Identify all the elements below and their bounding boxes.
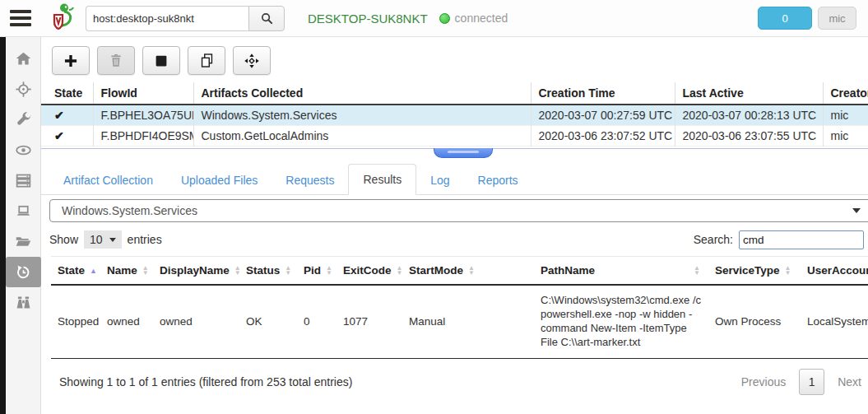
- result-useraccount: LocalSystem: [801, 285, 868, 358]
- notification-count-button[interactable]: 0: [758, 7, 812, 30]
- flow-creator: mic: [823, 105, 868, 126]
- search-button[interactable]: [248, 6, 285, 31]
- result-row[interactable]: Stopped owned owned OK 0 1077 Manual C:\…: [51, 285, 868, 358]
- flow-state-check-icon: ✔: [54, 129, 64, 142]
- sidebar-item-collected-artifacts[interactable]: [6, 257, 41, 287]
- velociraptor-logo-icon: [44, 2, 77, 35]
- page-size-value: 10: [90, 233, 103, 246]
- host-search-input[interactable]: [86, 6, 248, 31]
- sidebar-item-search[interactable]: [6, 287, 41, 318]
- sort-icons: [468, 266, 475, 276]
- page-size-select[interactable]: 10: [84, 230, 122, 249]
- flow-artifacts: Windows.System.Services: [193, 105, 531, 126]
- results-col-displayname[interactable]: DisplayName: [153, 257, 239, 286]
- flows-col-flowid[interactable]: FlowId: [93, 82, 193, 105]
- current-page-button[interactable]: 1: [799, 369, 824, 395]
- result-name: owned: [100, 285, 153, 358]
- copy-flow-button[interactable]: [188, 46, 225, 75]
- results-col-status[interactable]: Status: [239, 257, 297, 286]
- results-col-startmode[interactable]: StartMode: [402, 257, 534, 286]
- user-menu-button[interactable]: mic: [818, 7, 856, 30]
- flow-last-active: 2020-03-06 23:07:55 UTC: [675, 126, 823, 147]
- next-page-button[interactable]: Next: [838, 375, 861, 388]
- page-size-control: Show 10 entries: [49, 230, 162, 249]
- eye-icon: [15, 142, 32, 159]
- tab-artifact-collection[interactable]: Artifact Collection: [49, 165, 167, 195]
- tab-log[interactable]: Log: [416, 165, 463, 195]
- result-pathname: C:\Windows\system32\cmd.exe /c powershel…: [541, 294, 702, 350]
- result-exitcode: 1077: [337, 285, 402, 358]
- sidebar-item-virtual-filesystem[interactable]: [6, 226, 41, 257]
- tab-uploaded-files[interactable]: Uploaded Files: [167, 165, 272, 195]
- result-state: Stopped: [51, 285, 100, 358]
- stop-icon: [154, 53, 169, 68]
- flows-col-artifacts[interactable]: Artifacts Collected: [193, 82, 531, 105]
- flows-col-state[interactable]: State: [41, 82, 93, 105]
- results-col-pathname[interactable]: PathName: [534, 257, 708, 286]
- sidebar-nav: [0, 37, 41, 414]
- tab-results[interactable]: Results: [348, 164, 416, 195]
- results-col-exitcode[interactable]: ExitCode: [337, 257, 402, 286]
- result-servicetype: Own Process: [708, 285, 801, 358]
- results-col-pid[interactable]: Pid: [297, 257, 337, 286]
- results-col-servicetype[interactable]: ServiceType: [708, 257, 801, 286]
- hostname-label[interactable]: DESKTOP-SUK8NKT: [308, 12, 428, 26]
- pagination: Previous 1 Next: [741, 369, 861, 395]
- result-artifact-select[interactable]: Windows.System.Services: [49, 199, 868, 222]
- flow-id: F.BPHDFI4OE9SM4: [93, 126, 193, 147]
- table-controls: Show 10 entries Search:: [49, 228, 864, 251]
- chevron-down-icon: [109, 238, 116, 242]
- plus-icon: [63, 53, 79, 69]
- sort-icons: [785, 266, 791, 276]
- home-icon: [15, 50, 32, 67]
- crosshairs-icon: [15, 81, 32, 98]
- sort-icons: [694, 266, 700, 276]
- tab-requests[interactable]: Requests: [272, 165, 348, 195]
- results-col-name[interactable]: Name: [100, 257, 153, 286]
- sort-icons: [397, 266, 403, 276]
- history-clock-icon: [15, 263, 32, 281]
- flows-col-lastactive[interactable]: Last Active: [675, 82, 823, 105]
- delete-flow-button[interactable]: [97, 46, 135, 75]
- flow-row-selected[interactable]: ✔ F.BPHEL3OA75UDA Windows.System.Service…: [41, 105, 868, 126]
- flow-detail-tabs: Artifact Collection Uploaded Files Reque…: [41, 162, 868, 195]
- sidebar-item-hunt-manager[interactable]: [6, 74, 41, 105]
- flow-id: F.BPHEL3OA75UDA: [93, 105, 193, 126]
- folder-open-icon: [15, 233, 32, 250]
- sort-icons: [326, 266, 332, 276]
- results-table: State Name DisplayName Status Pid ExitCo…: [51, 256, 868, 359]
- main-content: State FlowId Artifacts Collected Creatio…: [41, 37, 868, 414]
- trash-icon: [109, 53, 123, 68]
- sidebar-item-server-events[interactable]: [6, 165, 41, 196]
- flows-col-creation[interactable]: Creation Time: [531, 82, 675, 105]
- flows-table: State FlowId Artifacts Collected Creatio…: [41, 82, 868, 147]
- cancel-flow-button[interactable]: [142, 46, 180, 75]
- entries-label: entries: [128, 233, 162, 246]
- table-footer: Showing 1 to 1 of 1 entries (filtered fr…: [59, 369, 861, 395]
- connected-dot-icon: [439, 13, 450, 24]
- tab-reports[interactable]: Reports: [464, 165, 532, 195]
- binoculars-icon: [15, 294, 32, 311]
- sidebar-item-home[interactable]: [6, 44, 41, 74]
- new-collection-button[interactable]: [52, 46, 90, 75]
- previous-page-button[interactable]: Previous: [741, 375, 786, 388]
- result-startmode: Manual: [402, 285, 534, 358]
- result-artifact-select-value: Windows.System.Services: [62, 204, 197, 217]
- sidebar-item-host-information[interactable]: [6, 196, 41, 226]
- flow-creation-time: 2020-03-07 00:27:59 UTC: [531, 105, 675, 126]
- offline-collector-button[interactable]: [233, 46, 271, 75]
- flows-header-row: State FlowId Artifacts Collected Creatio…: [41, 82, 868, 105]
- results-col-state[interactable]: State: [51, 257, 100, 286]
- splitter-drag-handle[interactable]: [434, 148, 493, 158]
- flow-row[interactable]: ✔ F.BPHDFI4OE9SM4 Custom.GetLocalAdmins …: [41, 126, 868, 147]
- sort-ascending-icon: [90, 267, 97, 275]
- table-search-input[interactable]: [739, 230, 864, 249]
- results-col-useraccount[interactable]: UserAccount: [801, 257, 868, 286]
- connection-status: connected: [439, 12, 508, 25]
- flows-col-creator[interactable]: Creator: [823, 82, 868, 105]
- laptop-icon: [15, 202, 32, 220]
- sidebar-item-view-artifacts[interactable]: [6, 135, 41, 165]
- velociraptor-app: DESKTOP-SUK8NKT connected 0 mic: [0, 0, 868, 414]
- hamburger-menu-icon[interactable]: [10, 10, 31, 26]
- sidebar-item-server-artifacts[interactable]: [6, 105, 41, 135]
